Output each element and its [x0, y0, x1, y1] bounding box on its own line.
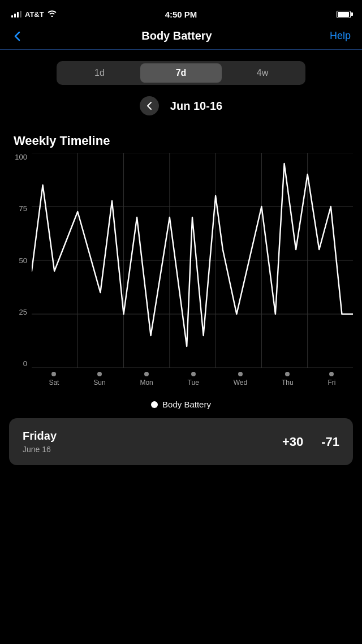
carrier-label: AT&T — [25, 10, 44, 19]
date-navigator: Jun 10-16 — [0, 96, 362, 115]
time-selector: 1d 7d 4w — [57, 61, 305, 85]
x-label-sun: Sun — [93, 372, 105, 387]
status-right — [337, 11, 351, 18]
fri-dot — [329, 372, 334, 376]
x-label-tue: Tue — [188, 372, 199, 387]
x-label-mon: Mon — [140, 372, 153, 387]
fri-label: Fri — [327, 379, 335, 387]
bottom-card: Friday June 16 +30 -71 — [9, 418, 353, 465]
back-button[interactable] — [11, 30, 24, 42]
charge-value: +30 — [282, 435, 303, 449]
status-time: 4:50 PM — [165, 10, 197, 19]
bottom-card-stats: +30 -71 — [282, 435, 339, 449]
mon-dot — [144, 372, 149, 376]
drain-value: -71 — [321, 435, 339, 449]
x-label-sat: Sat — [49, 372, 59, 387]
card-day: Friday — [23, 430, 57, 443]
y-label-100: 100 — [15, 153, 27, 161]
status-bar: AT&T 4:50 PM — [0, 0, 362, 25]
help-button[interactable]: Help — [330, 30, 351, 42]
wed-dot — [238, 372, 243, 376]
sat-dot — [51, 372, 56, 376]
prev-date-button[interactable] — [140, 96, 159, 115]
y-label-50: 50 — [19, 256, 27, 265]
tab-4w[interactable]: 4w — [222, 63, 303, 83]
chart-legend: Body Battery — [0, 400, 362, 409]
chart-y-axis: 100 75 50 25 0 — [9, 153, 32, 368]
tue-label: Tue — [188, 379, 199, 387]
date-range-label: Jun 10-16 — [170, 100, 222, 113]
battery-icon — [337, 11, 351, 18]
legend-label: Body Battery — [162, 400, 211, 409]
x-label-wed: Wed — [234, 372, 247, 387]
sun-dot — [97, 372, 102, 376]
legend-dot — [151, 401, 158, 408]
status-left: AT&T — [11, 10, 57, 19]
bottom-card-info: Friday June 16 — [23, 430, 57, 454]
mon-label: Mon — [140, 379, 153, 387]
page-title: Body Battery — [141, 29, 212, 42]
tue-dot — [191, 372, 196, 376]
y-label-75: 75 — [19, 204, 27, 213]
sat-label: Sat — [49, 379, 59, 387]
wed-label: Wed — [234, 379, 247, 387]
nav-bar: Body Battery Help — [0, 25, 362, 50]
wifi-icon — [48, 10, 57, 19]
chart-svg-area — [32, 153, 353, 368]
x-label-fri: Fri — [327, 372, 335, 387]
y-label-25: 25 — [19, 308, 27, 316]
x-label-thu: Thu — [282, 372, 294, 387]
tab-7d[interactable]: 7d — [140, 63, 222, 83]
tab-1d[interactable]: 1d — [59, 63, 140, 83]
chart-container: 100 75 50 25 0 — [9, 153, 353, 390]
sun-label: Sun — [93, 379, 105, 387]
chart-x-axis: Sat Sun Mon Tue Wed Thu Fri — [32, 368, 353, 390]
thu-label: Thu — [282, 379, 294, 387]
card-date: June 16 — [23, 445, 57, 454]
signal-icon — [11, 11, 21, 18]
section-title: Weekly Timeline — [0, 124, 362, 153]
thu-dot — [285, 372, 290, 376]
y-label-0: 0 — [23, 359, 27, 368]
